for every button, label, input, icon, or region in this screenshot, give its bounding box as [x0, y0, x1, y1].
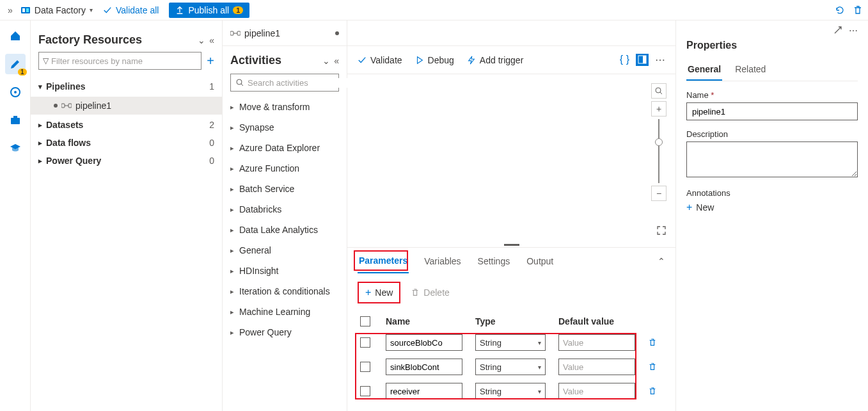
publish-count-badge: 1 — [233, 6, 243, 14]
description-textarea[interactable] — [686, 141, 858, 177]
tab-pipeline1[interactable]: pipeline1 — [230, 28, 280, 38]
activity-category[interactable]: ▸Data Lake Analytics — [230, 220, 339, 240]
tree-item-pipeline1[interactable]: pipeline1 — [31, 97, 222, 115]
param-default-input[interactable] — [558, 359, 635, 375]
activity-category[interactable]: ▸Power Query — [230, 322, 339, 342]
activity-category[interactable]: ▸Azure Function — [230, 158, 339, 179]
select-all-checkbox[interactable] — [360, 316, 370, 326]
validate-all-button[interactable]: Validate all — [98, 3, 164, 18]
param-default-input[interactable] — [558, 383, 635, 399]
debug-button[interactable]: Debug — [415, 55, 454, 65]
name-input[interactable] — [686, 102, 858, 120]
props-tab-related[interactable]: Related — [734, 59, 767, 81]
param-type-select[interactable]: String▾ — [475, 334, 546, 351]
breadcrumb-data-factory[interactable]: Data Factory ▾ — [20, 5, 93, 15]
tab-settings[interactable]: Settings — [477, 250, 512, 273]
param-type-select[interactable]: String▾ — [475, 359, 546, 375]
svg-rect-10 — [237, 31, 241, 35]
activity-category[interactable]: ▸Machine Learning — [230, 302, 339, 322]
delete-row-icon[interactable] — [648, 338, 663, 347]
param-name-input[interactable] — [386, 383, 462, 399]
properties-toggle-icon[interactable] — [636, 54, 649, 66]
publish-all-button[interactable]: Publish all 1 — [169, 3, 249, 18]
collapse-panel-icon[interactable]: « — [209, 35, 214, 45]
svg-rect-2 — [26, 8, 29, 12]
canvas-toolbar: Validate Debug Add trigger { } ⋯ — [347, 46, 675, 74]
chevron-down-icon: ▾ — [38, 83, 42, 91]
chevron-right-icon: ▸ — [230, 328, 234, 337]
add-annotation-button[interactable]: + New — [686, 202, 858, 213]
collapse-bottom-icon[interactable]: ⌃ — [658, 256, 665, 266]
tab-label: pipeline1 — [244, 28, 280, 38]
search-canvas-icon[interactable] — [651, 83, 667, 99]
fullscreen-icon[interactable] — [656, 225, 667, 236]
svg-point-11 — [237, 79, 242, 85]
tree-item-label: pipeline1 — [75, 101, 111, 111]
zoom-in-button[interactable]: + — [651, 101, 667, 117]
more-icon[interactable]: ⋯ — [849, 26, 858, 36]
zoom-out-button[interactable]: − — [651, 186, 667, 201]
add-trigger-button[interactable]: Add trigger — [467, 55, 523, 65]
activity-category[interactable]: ▸Azure Data Explorer — [230, 138, 339, 158]
param-name-input[interactable] — [386, 359, 462, 375]
more-icon[interactable]: ⋯ — [655, 54, 665, 66]
param-default-input[interactable] — [558, 334, 635, 351]
search-activities-input[interactable] — [248, 78, 355, 88]
activity-category[interactable]: ▸Iteration & conditionals — [230, 281, 339, 302]
row-checkbox[interactable] — [360, 386, 370, 396]
add-resource-button[interactable]: + — [207, 54, 214, 68]
delete-icon[interactable] — [853, 5, 863, 15]
props-tab-general[interactable]: General — [686, 59, 722, 81]
chevron-right-icon: ▸ — [230, 185, 234, 193]
svg-rect-13 — [643, 56, 646, 63]
tree-section-datasets[interactable]: ▸Datasets 2 — [38, 116, 214, 134]
rail-home[interactable] — [5, 26, 26, 46]
pipeline-canvas[interactable]: + − — [347, 74, 675, 242]
expand-shell-icon[interactable]: » — [5, 5, 15, 15]
factory-resources-panel: Factory Resources ⌄ « ▽ + ▾Pipelines 1 — [31, 20, 223, 411]
param-type-select[interactable]: String▾ — [475, 383, 546, 399]
activity-category[interactable]: ▸Synapse — [230, 117, 339, 138]
row-checkbox[interactable] — [360, 337, 370, 348]
activity-category[interactable]: ▸HDInsight — [230, 261, 339, 281]
activity-category[interactable]: ▸Move & transform — [230, 97, 339, 117]
unsaved-dot-icon — [335, 31, 339, 35]
chevron-updown-icon[interactable]: ⌄ — [198, 35, 205, 45]
collapse-panel-icon[interactable]: « — [334, 56, 339, 66]
bottom-tabs: Parameters Variables Settings Output ⌃ — [347, 247, 675, 274]
zoom-thumb[interactable] — [655, 138, 663, 146]
tab-variables[interactable]: Variables — [423, 250, 462, 273]
rail-learn[interactable] — [5, 138, 26, 159]
filter-resources-input[interactable] — [51, 56, 197, 66]
checkmark-icon — [358, 56, 367, 65]
delete-parameter-button[interactable]: Delete — [411, 287, 449, 298]
tree-section-dataflows[interactable]: ▸Data flows 0 — [38, 134, 214, 152]
zoom-slider[interactable] — [658, 119, 659, 183]
code-view-icon[interactable]: { } — [620, 54, 629, 66]
chevron-down-icon: ▾ — [538, 364, 541, 371]
filter-resources-input-wrap[interactable]: ▽ — [38, 52, 201, 70]
row-checkbox[interactable] — [360, 362, 370, 372]
rail-monitor[interactable] — [5, 82, 26, 102]
rail-author[interactable]: 1 — [5, 54, 26, 74]
tree-section-pipelines[interactable]: ▾Pipelines 1 — [38, 77, 214, 95]
tab-parameters[interactable]: Parameters — [358, 249, 409, 273]
tab-output[interactable]: Output — [525, 250, 555, 273]
activity-category[interactable]: ▸Databricks — [230, 199, 339, 220]
validate-button[interactable]: Validate — [358, 55, 402, 65]
splitter-handle[interactable] — [347, 242, 675, 247]
search-activities-wrap[interactable] — [230, 74, 339, 92]
activity-category[interactable]: ▸Batch Service — [230, 179, 339, 199]
delete-row-icon[interactable] — [648, 387, 663, 396]
table-header: Name Type Default value — [358, 312, 665, 330]
chevron-right-icon: ▸ — [38, 157, 42, 165]
delete-row-icon[interactable] — [648, 362, 663, 371]
new-parameter-button[interactable]: + New — [358, 282, 400, 303]
refresh-icon[interactable] — [835, 5, 845, 15]
rail-manage[interactable] — [5, 110, 26, 131]
expand-properties-icon[interactable] — [833, 26, 842, 36]
chevron-updown-icon[interactable]: ⌄ — [322, 56, 330, 66]
tree-section-powerquery[interactable]: ▸Power Query 0 — [38, 152, 214, 170]
activity-category[interactable]: ▸General — [230, 240, 339, 261]
param-name-input[interactable] — [386, 334, 462, 351]
